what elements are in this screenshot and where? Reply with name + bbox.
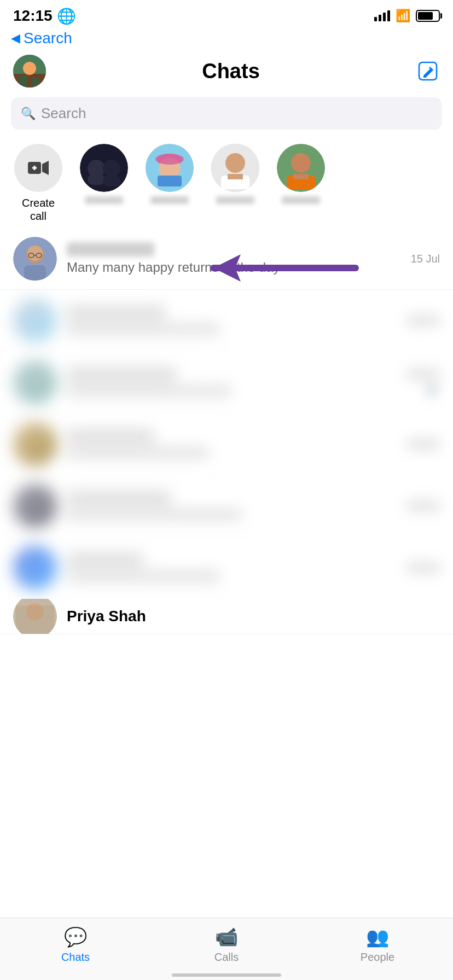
page-title: Chats	[202, 60, 260, 83]
chat-avatar-4	[13, 422, 57, 466]
chat-item-priya[interactable]: Priya Shah	[0, 599, 453, 634]
story-avatar-4	[277, 144, 325, 192]
chat-item-5[interactable]	[0, 475, 453, 537]
chat-item-6[interactable]	[0, 537, 453, 599]
tab-calls[interactable]: 📹 Calls	[183, 926, 270, 964]
svg-point-12	[103, 160, 120, 177]
search-placeholder: Search	[41, 105, 86, 122]
search-icon: 🔍	[21, 107, 36, 121]
battery-container: 75	[416, 10, 440, 22]
create-call-label: Createcall	[22, 196, 55, 223]
story-item-3[interactable]	[208, 144, 263, 204]
create-call-item[interactable]: Createcall	[11, 144, 66, 223]
story-name-2	[150, 196, 189, 204]
chat-preview-1: Many many happy returns of the day·	[67, 260, 401, 275]
svg-point-19	[155, 154, 184, 165]
chat-name-3	[67, 368, 176, 382]
story-avatar-3	[211, 144, 259, 192]
chat-meta-4	[407, 439, 440, 449]
read-tick-3: 🔊	[426, 382, 440, 395]
story-name-4	[282, 196, 320, 204]
chat-avatar-6	[13, 546, 57, 590]
chat-content-3	[67, 368, 397, 397]
svg-rect-27	[293, 174, 309, 179]
priya-avatar	[13, 599, 57, 634]
story-name-3	[216, 196, 254, 204]
story-name-1	[85, 196, 123, 204]
chat-name-4	[67, 429, 154, 444]
chat-content-2	[67, 306, 397, 335]
svg-rect-18	[158, 176, 182, 186]
people-icon: 👥	[366, 926, 389, 948]
tab-people[interactable]: 👥 People	[334, 926, 421, 964]
svg-point-21	[225, 153, 245, 173]
chat-item-3[interactable]: 🔊	[0, 352, 453, 413]
chat-avatar-3	[13, 360, 57, 404]
svg-point-2	[23, 62, 36, 75]
svg-rect-14	[103, 176, 120, 186]
chat-item-2[interactable]	[0, 290, 453, 352]
chat-item-4[interactable]	[0, 413, 453, 475]
chat-preview-6	[67, 570, 220, 582]
story-avatar-svg-2	[146, 144, 194, 192]
svg-marker-7	[42, 161, 49, 175]
search-bar-container: 🔍 Search	[0, 95, 453, 138]
user-avatar[interactable]	[13, 55, 46, 88]
story-row: Createcall	[0, 138, 453, 228]
svg-rect-4	[32, 78, 39, 88]
chat-avatar-1	[13, 237, 57, 281]
story-item-1[interactable]	[77, 144, 131, 204]
chat-preview-text: Many many happy returns of the day·	[67, 260, 283, 275]
video-plus-icon	[27, 156, 50, 179]
chat-name-5	[67, 491, 171, 505]
battery-icon: 75	[416, 10, 440, 22]
svg-rect-32	[24, 265, 46, 281]
chat-meta-3: 🔊	[407, 369, 440, 395]
chat-preview-2	[67, 323, 220, 335]
back-arrow-icon: ◀	[11, 31, 20, 45]
home-indicator	[172, 973, 281, 977]
back-nav[interactable]: ◀ Search	[0, 27, 453, 51]
chat-meta-5	[407, 501, 440, 511]
chat-avatar-2	[13, 299, 57, 342]
tab-bar: 💬 Chats 📹 Calls 👥 People	[0, 918, 453, 980]
chat-name-1	[67, 242, 154, 256]
battery-level: 75	[425, 13, 431, 19]
chat-preview-3	[67, 385, 231, 397]
chat-time-6	[407, 563, 440, 573]
time-display: 12:15	[13, 7, 53, 25]
chat-preview-4	[67, 447, 209, 459]
chat-list: Many many happy returns of the day· 15 J…	[0, 228, 453, 634]
chat-meta-6	[407, 563, 440, 573]
status-time: 12:15 🌐	[13, 7, 76, 25]
svg-rect-3	[19, 75, 27, 88]
chat-content-6	[67, 553, 397, 582]
search-bar[interactable]: 🔍 Search	[11, 97, 442, 130]
chat-item-1[interactable]: Many many happy returns of the day· 15 J…	[0, 228, 453, 290]
story-item-4[interactable]	[274, 144, 328, 204]
tab-chats-label: Chats	[61, 951, 90, 964]
story-avatar-svg-4	[277, 144, 325, 192]
chat-time-5	[407, 501, 440, 511]
avatar-svg	[13, 55, 46, 88]
svg-rect-1	[13, 74, 46, 88]
svg-rect-13	[88, 174, 105, 185]
wifi-icon: 📶	[396, 9, 410, 23]
story-item-2[interactable]	[142, 144, 197, 204]
story-avatar-svg-3	[211, 144, 259, 192]
status-icons: 📶 75	[374, 9, 440, 23]
back-label: Search	[24, 30, 72, 47]
tab-chats[interactable]: 💬 Chats	[32, 926, 119, 964]
chat-meta-1: 15 Jul	[411, 253, 440, 265]
compose-button[interactable]	[416, 59, 440, 83]
chat-meta-2	[407, 316, 440, 325]
chat-content-5	[67, 491, 397, 521]
globe-icon: 🌐	[57, 7, 76, 25]
chat-content-1: Many many happy returns of the day·	[67, 242, 401, 275]
story-avatar-svg-1	[80, 144, 128, 192]
tab-calls-label: Calls	[214, 951, 239, 964]
priya-avatar-svg	[13, 599, 57, 634]
priya-content: Priya Shah	[67, 608, 440, 625]
chat-time-1: 15 Jul	[411, 253, 440, 265]
chat-name-2	[67, 306, 165, 320]
